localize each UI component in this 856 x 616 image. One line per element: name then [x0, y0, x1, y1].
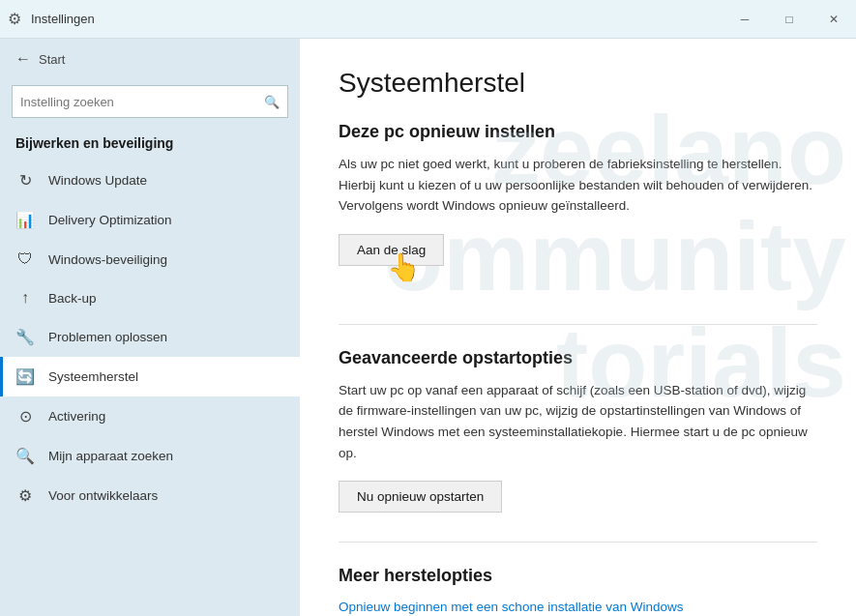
sidebar-item-label-delivery-optimization: Delivery Optimization — [48, 213, 172, 227]
windows-beveiliging-icon: 🛡 — [15, 250, 35, 268]
settings-icon: ⚙ — [8, 10, 21, 28]
nu-opnieuw-opstarten-button[interactable]: Nu opnieuw opstarten — [339, 481, 502, 513]
sidebar-item-label-windows-beveiliging: Windows-beveiliging — [48, 252, 167, 267]
sidebar-item-systeemherstel[interactable]: 🔄Systeemherstel — [0, 357, 300, 396]
sidebar-item-label-windows-update: Windows Update — [48, 173, 147, 188]
search-box[interactable]: 🔍 — [12, 85, 288, 118]
titlebar-left: ⚙ Instellingen — [8, 10, 95, 28]
sidebar-item-back-up[interactable]: ↑Back-up — [0, 279, 300, 317]
systeemherstel-icon: 🔄 — [15, 367, 35, 386]
sidebar-item-label-ontwikkelaars: Voor ontwikkelaars — [48, 488, 158, 503]
sidebar-items-container: ↻Windows Update📊Delivery Optimization🛡Wi… — [0, 161, 300, 515]
problemen-oplossen-icon: 🔧 — [15, 328, 35, 346]
section2-title: Geavanceerde opstartopties — [339, 348, 817, 368]
section3-title: Meer herstelopties — [339, 566, 817, 586]
back-label: Start — [39, 52, 65, 67]
sidebar-item-label-back-up: Back-up — [48, 291, 97, 306]
section-divider-2 — [339, 542, 817, 543]
section1-description: Als uw pc niet goed werkt, kunt u prober… — [339, 154, 817, 217]
sidebar-item-mijn-apparaat[interactable]: 🔍Mijn apparaat zoeken — [0, 436, 300, 476]
sidebar-item-activering[interactable]: ⊙Activering — [0, 396, 300, 436]
sidebar-item-label-mijn-apparaat: Mijn apparaat zoeken — [48, 449, 173, 463]
sidebar-item-label-activering: Activering — [48, 409, 105, 424]
back-button[interactable]: ← Start — [0, 39, 300, 79]
ontwikkelaars-icon: ⚙ — [15, 486, 35, 505]
search-input[interactable] — [20, 95, 264, 109]
delivery-optimization-icon: 📊 — [15, 211, 35, 229]
mijn-apparaat-icon: 🔍 — [15, 447, 35, 465]
sidebar-item-problemen-oplossen[interactable]: 🔧Problemen oplossen — [0, 317, 300, 357]
section-title: Bijwerken en beveiliging — [0, 132, 300, 161]
sidebar: ← Start 🔍 Bijwerken en beveiliging ↻Wind… — [0, 39, 300, 616]
content-area: zeelanoommunitytorials Systeemherstel De… — [300, 39, 856, 616]
close-button[interactable]: ✕ — [812, 0, 856, 39]
section1-title: Deze pc opnieuw instellen — [339, 122, 817, 142]
sidebar-item-ontwikkelaars[interactable]: ⚙Voor ontwikkelaars — [0, 476, 300, 515]
windows-update-icon: ↻ — [15, 171, 35, 190]
section2-description: Start uw pc op vanaf een apparaat of sch… — [339, 380, 817, 463]
maximize-button[interactable]: □ — [767, 0, 812, 39]
search-icon: 🔍 — [264, 95, 280, 109]
minimize-button[interactable]: ─ — [723, 0, 767, 39]
aan-de-slag-button[interactable]: Aan de slag — [339, 234, 444, 266]
titlebar: ⚙ Instellingen ─ □ ✕ — [0, 0, 856, 39]
back-icon: ← — [15, 50, 31, 68]
sidebar-item-delivery-optimization[interactable]: 📊Delivery Optimization — [0, 200, 300, 240]
section-divider-1 — [339, 324, 817, 325]
clean-install-link[interactable]: Opnieuw beginnen met een schone installa… — [339, 600, 683, 614]
main-layout: ← Start 🔍 Bijwerken en beveiliging ↻Wind… — [0, 39, 856, 616]
activering-icon: ⊙ — [15, 407, 35, 425]
back-up-icon: ↑ — [15, 289, 35, 307]
sidebar-item-windows-beveiliging[interactable]: 🛡Windows-beveiliging — [0, 240, 300, 279]
page-title: Systeemherstel — [339, 68, 817, 99]
sidebar-item-windows-update[interactable]: ↻Windows Update — [0, 161, 300, 200]
titlebar-controls: ─ □ ✕ — [723, 0, 856, 39]
sidebar-item-label-problemen-oplossen: Problemen oplossen — [48, 330, 167, 344]
sidebar-item-label-systeemherstel: Systeemherstel — [48, 369, 138, 384]
titlebar-title: Instellingen — [31, 12, 95, 26]
